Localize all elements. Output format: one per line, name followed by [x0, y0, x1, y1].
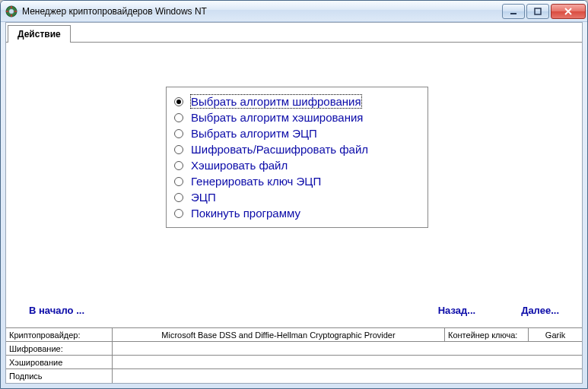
nav-row: В начало ... Назад... Далее...: [6, 305, 582, 316]
status-row-signature: Подпись: [6, 369, 582, 383]
option-label: Хэшировать файл: [191, 159, 288, 172]
option-label: Выбрать алгоритм хэширования: [191, 111, 363, 124]
titlebar[interactable]: Менеджер криптопровайдеров Windows NT: [1, 1, 587, 22]
option-label: Генерировать ключ ЭЦП: [191, 175, 321, 188]
maximize-button[interactable]: [526, 4, 549, 19]
option-label: Выбрать алгоритм ЭЦП: [191, 127, 317, 140]
svg-point-1: [9, 8, 14, 14]
option-label: Выбрать алгоритм шифрования: [191, 95, 361, 108]
hashing-label: Хэширование: [6, 356, 113, 368]
radio-icon: [174, 113, 183, 122]
radio-icon: [174, 145, 183, 154]
close-button[interactable]: [551, 4, 586, 19]
cryptoprovider-value: Microsoft Base DSS and Diffie-Hellman Cr…: [113, 328, 445, 341]
option-label: Шифровать/Расшифровать файл: [191, 143, 368, 156]
radio-icon: [174, 209, 183, 218]
encryption-value: [113, 342, 582, 355]
radio-icon: [174, 177, 183, 186]
nav-next-link[interactable]: Далее...: [521, 305, 559, 316]
cryptoprovider-label: Криптопровайдер:: [6, 328, 113, 341]
option-generate-key[interactable]: Генерировать ключ ЭЦП: [174, 173, 420, 189]
signature-label: Подпись: [6, 369, 113, 383]
option-digital-signature[interactable]: ЭЦП: [174, 189, 420, 205]
option-hashing-algorithm[interactable]: Выбрать алгоритм хэширования: [174, 109, 420, 125]
status-grid: Криптопровайдер: Microsoft Base DSS and …: [6, 327, 582, 383]
svg-rect-7: [535, 8, 541, 14]
status-row-cryptoprovider: Криптопровайдер: Microsoft Base DSS and …: [6, 328, 582, 342]
app-icon: [5, 5, 17, 17]
options-group: Выбрать алгоритм шифрования Выбрать алго…: [166, 87, 428, 228]
svg-rect-5: [14, 11, 17, 12]
client-area: Действие Выбрать алгоритм шифрования Выб…: [5, 22, 583, 384]
option-hash-file[interactable]: Хэшировать файл: [174, 157, 420, 173]
svg-rect-2: [11, 6, 12, 8]
option-encrypt-decrypt-file[interactable]: Шифровать/Расшифровать файл: [174, 141, 420, 157]
radio-icon: [174, 97, 183, 106]
key-container-label: Контейнер ключа:: [445, 328, 529, 341]
tab-bar: Действие: [6, 23, 582, 43]
key-container-value: Garik: [529, 328, 582, 341]
window-buttons: [501, 4, 586, 19]
option-label: Покинуть программу: [191, 207, 300, 220]
option-signature-algorithm[interactable]: Выбрать алгоритм ЭЦП: [174, 125, 420, 141]
content-area: Выбрать алгоритм шифрования Выбрать алго…: [6, 43, 582, 383]
app-window: Менеджер криптопровайдеров Windows NT Де…: [0, 0, 588, 389]
radio-icon: [174, 161, 183, 170]
nav-back-link[interactable]: Назад...: [438, 305, 475, 316]
svg-rect-4: [6, 11, 8, 12]
encryption-label: Шифрование:: [6, 342, 113, 355]
minimize-button[interactable]: [502, 4, 525, 19]
option-label: ЭЦП: [191, 191, 216, 204]
status-row-encryption: Шифрование:: [6, 342, 582, 356]
svg-rect-3: [11, 14, 12, 17]
radio-icon: [174, 129, 183, 138]
option-encryption-algorithm[interactable]: Выбрать алгоритм шифрования: [174, 93, 420, 109]
hashing-value: [113, 356, 582, 368]
status-row-hashing: Хэширование: [6, 356, 582, 369]
svg-rect-6: [510, 13, 516, 14]
radio-icon: [174, 193, 183, 202]
tab-action[interactable]: Действие: [8, 25, 71, 43]
nav-start-link[interactable]: В начало ...: [29, 305, 438, 316]
window-title: Менеджер криптопровайдеров Windows NT: [22, 6, 501, 17]
option-exit-program[interactable]: Покинуть программу: [174, 205, 420, 221]
signature-value: [113, 369, 582, 383]
